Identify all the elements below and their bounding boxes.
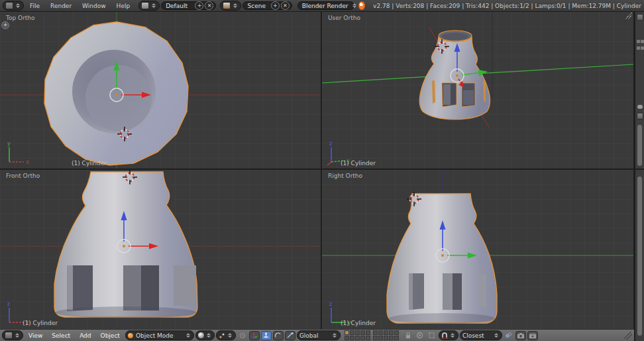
proportional-edit-dropdown[interactable] [415, 331, 425, 340]
menu-object[interactable]: Object [97, 332, 124, 340]
layer-2[interactable] [350, 330, 354, 335]
properties-panel-collapsed[interactable] [634, 12, 644, 341]
viewport-front[interactable]: z x Front Ortho (1) Cylinder [0, 170, 321, 329]
mesh-user-view[interactable] [419, 36, 490, 119]
editor-switch-arrows-icon [16, 3, 20, 8]
layer-6[interactable] [373, 330, 378, 335]
editor-type-button-info[interactable] [3, 1, 24, 11]
resize-grip-icon[interactable] [624, 332, 632, 340]
viewport-right[interactable]: z y Right Ortho (1) Cylinder [322, 170, 633, 329]
pivot-point-dropdown[interactable] [216, 330, 236, 340]
delete-scene-button[interactable]: ✕ [281, 1, 290, 10]
lock-to-scene-toggle[interactable] [403, 331, 413, 340]
chevron-updown-icon [494, 333, 498, 338]
orientation-value: Global [299, 332, 330, 339]
panel-divider [635, 169, 644, 170]
manipulator-rotate-toggle[interactable] [273, 331, 284, 340]
panel-scrollbar[interactable] [637, 125, 642, 166]
chevron-updown-icon [352, 3, 356, 8]
properties-tab-icon[interactable] [637, 14, 643, 21]
manipulator-scale-toggle[interactable] [285, 331, 295, 340]
layer-11[interactable] [345, 336, 349, 340]
manipulator-translate-toggle[interactable] [261, 331, 272, 340]
mesh-window-1-edge [409, 273, 413, 310]
menu-select[interactable]: Select [48, 332, 74, 340]
viewport-user[interactable]: z y User Ortho (1) Cylinder [322, 12, 633, 169]
layer-12[interactable] [350, 336, 354, 340]
manipulator-toggle[interactable] [249, 331, 260, 340]
layer-10[interactable] [394, 330, 399, 335]
add-scene-button[interactable]: + [271, 1, 280, 10]
layer-17[interactable] [378, 336, 383, 340]
clapper-icon [529, 332, 537, 339]
menu-window[interactable]: Window [78, 2, 111, 10]
chevron-updown-icon [207, 333, 211, 338]
viewport-right-canvas: z y [322, 170, 633, 329]
menu-add[interactable]: Add [76, 332, 95, 340]
opengl-render-anim-button[interactable] [527, 331, 538, 340]
menu-render[interactable]: Render [46, 2, 76, 10]
delete-layout-button[interactable]: ✕ [205, 1, 213, 10]
snap-target-dropdown[interactable]: Closest [460, 330, 502, 340]
layer-14[interactable] [360, 336, 365, 340]
opengl-render-still-button[interactable] [515, 331, 526, 340]
viewport-label: Right Ortho [328, 172, 362, 179]
layer-5[interactable] [366, 330, 370, 335]
viewport-top[interactable]: y x Top Ortho + (1) Cylinder [0, 12, 321, 169]
layer-3[interactable] [355, 330, 360, 335]
layer-15[interactable] [366, 336, 370, 340]
menu-view[interactable]: View [25, 332, 46, 340]
panel-scrollbar[interactable] [637, 176, 642, 336]
panel-mini-icon[interactable] [641, 46, 644, 50]
layer-16[interactable] [373, 336, 378, 340]
blender-logo-icon [358, 1, 365, 10]
layer-1[interactable] [345, 330, 349, 335]
viewport-shading-dropdown[interactable] [195, 330, 215, 340]
chevron-updown-icon [451, 333, 455, 338]
shading-solid-icon [198, 332, 204, 338]
layer-4[interactable] [360, 330, 365, 335]
render-engine-dropdown[interactable]: Blender Render [297, 1, 354, 10]
editor-type-button-3dview[interactable] [2, 330, 23, 340]
expand-region-icon[interactable]: + [1, 21, 9, 29]
layer-9[interactable] [389, 330, 394, 335]
layers-widget[interactable] [345, 330, 399, 340]
menu-help[interactable]: Help [112, 2, 135, 10]
transform-orientation-dropdown[interactable]: Global [297, 330, 341, 340]
mesh-top-floor [85, 65, 152, 131]
chevron-updown-icon [186, 333, 190, 338]
layer-20[interactable] [394, 336, 399, 340]
snap-peel-object-toggle[interactable] [504, 331, 514, 340]
mesh-window-3 [478, 274, 486, 307]
scene-field[interactable]: Scene + ✕ [242, 1, 292, 10]
axis-label-y: y [7, 141, 11, 147]
screen-layout-field[interactable]: Default + ✕ [161, 1, 216, 10]
add-layout-button[interactable]: + [195, 1, 203, 10]
region-corner-grip[interactable] [625, 13, 632, 19]
panel-mini-icon[interactable] [641, 40, 644, 43]
layer-7[interactable] [378, 330, 383, 335]
screen-layout-icon-button[interactable] [138, 1, 160, 11]
panel-header-icon[interactable] [637, 113, 643, 119]
panel-slider-knob[interactable] [637, 105, 643, 109]
layer-18[interactable] [384, 336, 388, 340]
menu-file[interactable]: File [25, 2, 44, 10]
mesh-window-3 [174, 265, 196, 307]
mesh-window-right-inner [463, 90, 474, 105]
axis-gizmo: y x [7, 141, 29, 165]
mode-dropdown[interactable]: Object Mode [125, 330, 194, 340]
panel-mini-icon[interactable] [637, 40, 640, 43]
layer-8[interactable] [384, 330, 388, 335]
chevron-updown-icon [333, 333, 337, 338]
viewport-divider-horizontal[interactable] [0, 169, 634, 170]
scene-icon-button[interactable] [220, 1, 241, 11]
lock-icon [405, 332, 411, 339]
snap-toggle-dropdown[interactable] [439, 330, 458, 340]
viewport-divider-vertical[interactable] [321, 12, 322, 329]
translate-icon [262, 332, 270, 339]
layer-13[interactable] [355, 336, 360, 340]
manipulate-center-points-toggle[interactable] [237, 331, 248, 340]
layer-19[interactable] [389, 336, 394, 340]
panel-mini-icon[interactable] [637, 46, 640, 50]
snap-element-button[interactable] [427, 331, 437, 340]
